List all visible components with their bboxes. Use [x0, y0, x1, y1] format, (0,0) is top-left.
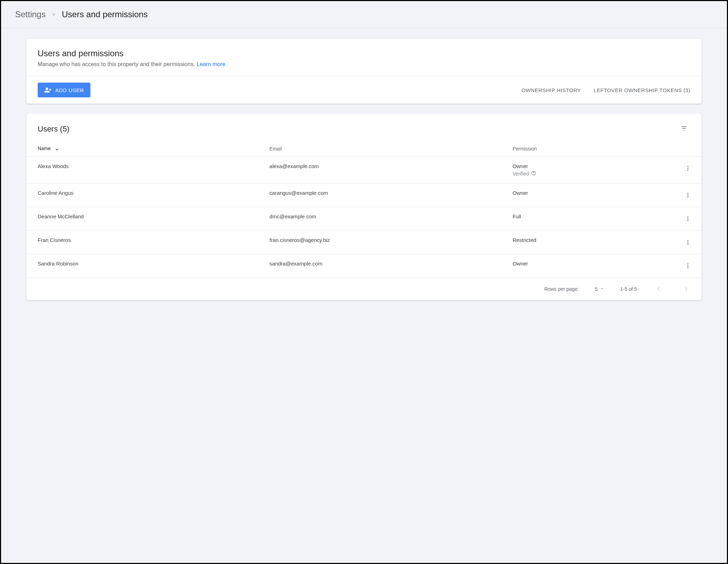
page-title: Users and permissions [38, 49, 690, 58]
users-table: Name Email Permission Alexa Woodsalexa@e… [26, 138, 702, 278]
table-row: Caroline Anguscarangus@example.comOwner [26, 184, 702, 207]
svg-point-1 [534, 174, 534, 174]
learn-more-link[interactable]: Learn more [197, 61, 226, 67]
svg-point-14 [688, 264, 689, 265]
cell-email: dmc@example.com [270, 207, 513, 231]
column-header-permission[interactable]: Permission [513, 138, 648, 157]
svg-point-3 [688, 168, 689, 169]
pagination-range: 1-5 of 5 [620, 286, 637, 292]
svg-point-9 [688, 218, 689, 219]
subtitle-text: Manage who has access to this property a… [38, 61, 197, 67]
svg-point-13 [688, 244, 689, 245]
row-menu-button[interactable] [683, 261, 693, 271]
svg-point-5 [688, 193, 689, 194]
cell-permission: OwnerVerified [513, 157, 648, 184]
svg-point-6 [688, 195, 689, 196]
column-header-name[interactable]: Name [26, 138, 270, 157]
cell-permission: Owner [513, 254, 648, 278]
rows-per-page-select[interactable]: 5 [595, 286, 604, 292]
rows-per-page-label: Rows per page: [544, 286, 579, 292]
cell-name: Fran Cisneros [26, 231, 270, 254]
verified-badge: Verified [513, 171, 648, 177]
users-table-title: Users (5) [38, 124, 69, 134]
svg-point-10 [688, 220, 689, 221]
svg-point-2 [688, 166, 689, 167]
table-row: Alexa Woodsalexa@example.comOwnerVerifie… [26, 157, 702, 184]
cell-email: carangus@example.com [270, 184, 513, 207]
svg-point-8 [688, 217, 689, 218]
svg-point-11 [688, 240, 689, 241]
row-menu-button[interactable] [683, 237, 693, 248]
leftover-tokens-button[interactable]: LEFTOVER OWNERSHIP TOKENS (3) [594, 87, 690, 93]
cell-email: fran.cisneros@agency.biz [270, 231, 513, 254]
table-footer: Rows per page: 5 1-5 of 5 [26, 278, 702, 300]
dropdown-arrow-icon [600, 286, 604, 292]
person-add-icon [44, 86, 52, 94]
filter-icon[interactable] [678, 122, 690, 136]
table-row: Fran Cisnerosfran.cisneros@agency.bizRes… [26, 231, 702, 254]
cell-permission: Full [513, 207, 648, 231]
table-row: Sandra Robinsonsandra@example.comOwner [26, 254, 702, 278]
cell-name: Sandra Robinson [26, 254, 270, 278]
breadcrumb-current: Users and permissions [62, 9, 148, 19]
cell-name: Caroline Angus [26, 184, 270, 207]
header-card: Users and permissions Manage who has acc… [26, 39, 702, 104]
svg-point-15 [688, 265, 689, 267]
cell-permission: Owner [513, 184, 648, 207]
cell-email: alexa@example.com [270, 157, 513, 184]
arrow-down-icon [54, 146, 60, 152]
row-menu-button[interactable] [683, 163, 693, 174]
cell-name: Alexa Woods [26, 157, 270, 184]
cell-email: sandra@example.com [270, 254, 513, 278]
cell-permission: Restricted [513, 231, 648, 254]
rows-per-page-value: 5 [595, 286, 598, 292]
page-subtitle: Manage who has access to this property a… [38, 61, 690, 68]
cell-name: Deanne McClelland [26, 207, 270, 231]
svg-point-4 [688, 170, 689, 171]
table-row: Deanne McClellanddmc@example.comFull [26, 207, 702, 231]
svg-point-16 [688, 267, 689, 268]
svg-point-7 [688, 197, 689, 198]
svg-point-12 [688, 242, 689, 243]
help-icon[interactable] [531, 171, 536, 177]
users-card: Users (5) Name Email [26, 114, 702, 300]
ownership-history-button[interactable]: OWNERSHIP HISTORY [521, 87, 581, 93]
previous-page-button[interactable] [653, 283, 664, 295]
column-header-email[interactable]: Email [270, 138, 513, 157]
row-menu-button[interactable] [683, 190, 693, 200]
breadcrumb: Settings Users and permissions [1, 1, 727, 28]
add-user-label: ADD USER [55, 87, 84, 93]
row-menu-button[interactable] [683, 213, 693, 224]
add-user-button[interactable]: ADD USER [38, 83, 90, 97]
chevron-right-icon [51, 12, 56, 17]
next-page-button[interactable] [680, 283, 692, 295]
breadcrumb-parent[interactable]: Settings [15, 9, 46, 19]
